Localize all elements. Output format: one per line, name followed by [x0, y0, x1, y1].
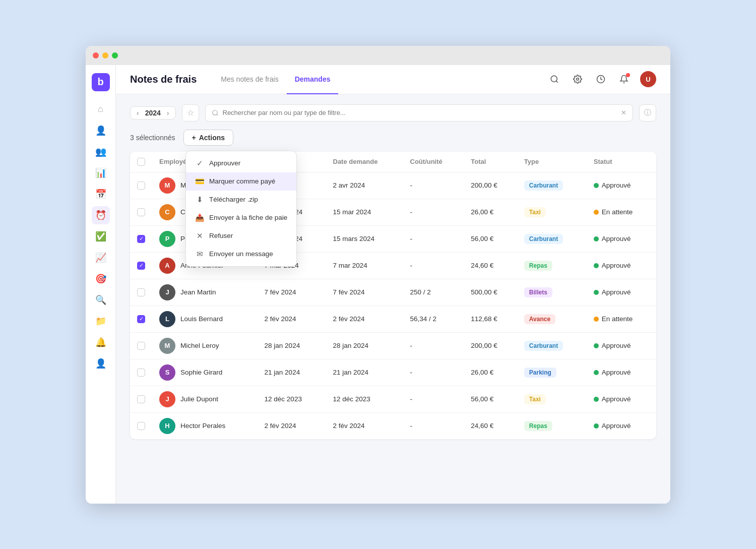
total-cell-1: 26,00 € — [464, 199, 517, 225]
clock-icon[interactable] — [594, 72, 608, 86]
cost-cell-5: 56,34 / 2 — [403, 306, 464, 332]
sidebar-item-target[interactable]: 🎯 — [92, 270, 110, 288]
content-area: ‹ 2024 › ☆ ✕ ⓘ 3 sélectionnés — [116, 94, 670, 504]
dropdown-item-download[interactable]: ⬇ Télécharger .zip — [186, 191, 296, 209]
row-checkbox-2[interactable] — [137, 235, 145, 243]
row-checkbox-6[interactable] — [137, 342, 145, 350]
status-cell-6: Approuvé — [594, 342, 649, 349]
status-label-8: Approuvé — [602, 395, 631, 403]
settings-icon[interactable] — [571, 72, 585, 86]
row-checkbox-9[interactable] — [137, 422, 145, 430]
date-cell-7: 21 jan 2024 — [258, 359, 326, 386]
search-input[interactable] — [223, 109, 617, 116]
refuse-icon: ✕ — [195, 231, 204, 240]
cost-cell-4: 250 / 2 — [403, 279, 464, 306]
dropdown-item-refuse[interactable]: ✕ Refuser — [186, 227, 296, 245]
dropdown-item-approve[interactable]: ✓ Approuver — [186, 154, 296, 172]
status-dot-2 — [594, 236, 599, 241]
date-demand-cell-9: 2 fév 2024 — [326, 412, 403, 439]
app-logo: b — [92, 73, 110, 91]
next-year-button[interactable]: › — [166, 109, 170, 117]
sidebar-item-search[interactable]: 🔍 — [92, 291, 110, 309]
status-cell-2: Approuvé — [594, 235, 649, 242]
sidebar-item-analytics[interactable]: 📊 — [92, 164, 110, 182]
table-row: S Sophie Girard 21 jan 2024 21 jan 2024 … — [130, 359, 656, 386]
employee-avatar-7: S — [159, 364, 175, 381]
sidebar-item-profile[interactable]: 👤 — [92, 354, 110, 373]
close-btn[interactable] — [93, 52, 99, 58]
sidebar-item-calendar[interactable]: 📅 — [92, 185, 110, 203]
date-demand-cell-0: 2 avr 2024 — [326, 172, 403, 199]
employee-cell-6: M Michel Leroy — [159, 338, 250, 354]
sidebar-item-folder[interactable]: 📁 — [92, 312, 110, 330]
row-checkbox-8[interactable] — [137, 395, 145, 403]
row-checkbox-3[interactable] — [137, 262, 145, 270]
minimize-btn[interactable] — [102, 52, 108, 58]
date-cell-8: 12 déc 2023 — [258, 386, 326, 412]
dropdown-item-mark-paid[interactable]: 💳 Marquer comme payé — [186, 172, 296, 191]
col-status: Statut — [587, 152, 656, 172]
maximize-btn[interactable] — [112, 52, 118, 58]
approve-label: Approuver — [209, 159, 240, 167]
table-row: H Hector Perales 2 fév 2024 2 fév 2024 -… — [130, 412, 656, 439]
dropdown-item-message[interactable]: ✉ Envoyer un message — [186, 245, 296, 263]
actions-label: Actions — [199, 134, 225, 142]
employee-avatar-8: J — [159, 391, 175, 407]
cost-cell-1: - — [403, 199, 464, 225]
row-checkbox-5[interactable] — [137, 315, 145, 323]
sidebar: b ⌂ 👤 👥 📊 📅 ⏰ ✅ 📈 🎯 🔍 📁 🔔 👤 — [86, 65, 116, 504]
svg-point-4 — [212, 110, 217, 114]
favorite-button[interactable]: ☆ — [182, 104, 199, 121]
select-all-checkbox[interactable] — [137, 158, 145, 166]
mark-paid-label: Marquer comme payé — [209, 177, 275, 185]
employee-avatar-9: H — [159, 418, 175, 434]
tab-demands[interactable]: Demandes — [287, 65, 339, 94]
sidebar-item-time[interactable]: ⏰ — [92, 206, 110, 224]
employee-avatar-3: A — [159, 258, 175, 274]
sidebar-item-user[interactable]: 👤 — [92, 121, 110, 140]
status-dot-5 — [594, 317, 599, 322]
prev-year-button[interactable]: ‹ — [136, 109, 140, 117]
actions-button[interactable]: + Actions — [183, 130, 234, 146]
status-cell-4: Approuvé — [594, 288, 649, 296]
sidebar-item-charts[interactable]: 📈 — [92, 249, 110, 267]
employee-avatar-1: C — [159, 204, 175, 220]
cost-cell-0: - — [403, 172, 464, 199]
employee-name-7: Sophie Girard — [180, 369, 222, 376]
nav-tabs: Mes notes de frais Demandes — [213, 65, 338, 94]
sidebar-item-bell[interactable]: 🔔 — [92, 333, 110, 351]
tab-my-notes[interactable]: Mes notes de frais — [213, 65, 286, 94]
sidebar-item-home[interactable]: ⌂ — [92, 100, 110, 118]
sidebar-item-tasks[interactable]: ✅ — [92, 227, 110, 246]
row-checkbox-1[interactable] — [137, 208, 145, 216]
svg-point-0 — [551, 76, 557, 82]
user-avatar[interactable]: U — [640, 71, 656, 87]
cost-cell-9: - — [403, 412, 464, 439]
col-total: Total — [464, 152, 517, 172]
status-label-6: Approuvé — [602, 342, 631, 349]
row-checkbox-0[interactable] — [137, 181, 145, 190]
type-badge-9: Repas — [524, 421, 552, 431]
dropdown-item-send-payslip[interactable]: 📤 Envoyer à la fiche de paie — [186, 209, 296, 227]
clear-search-icon[interactable]: ✕ — [621, 109, 626, 116]
selected-count: 3 sélectionnés — [130, 134, 175, 142]
status-label-5: En attente — [602, 315, 633, 323]
message-label: Envoyer un message — [209, 250, 273, 258]
employee-avatar-6: M — [159, 338, 175, 354]
refuse-label: Refuser — [209, 232, 233, 239]
info-button[interactable]: ⓘ — [639, 104, 656, 121]
date-cell-6: 28 jan 2024 — [258, 332, 326, 359]
total-cell-5: 112,68 € — [464, 306, 517, 332]
status-dot-3 — [594, 263, 599, 268]
total-cell-9: 24,60 € — [464, 412, 517, 439]
search-icon[interactable] — [547, 72, 561, 86]
row-checkbox-4[interactable] — [137, 288, 145, 296]
year-navigator: ‹ 2024 › — [130, 106, 176, 119]
sidebar-item-users[interactable]: 👥 — [92, 143, 110, 161]
total-cell-3: 24,60 € — [464, 252, 517, 279]
employee-name-5: Louis Bernard — [180, 315, 223, 323]
row-checkbox-7[interactable] — [137, 369, 145, 377]
bell-icon[interactable] — [617, 72, 631, 86]
table-row: L Louis Bernard 2 fév 2024 2 fév 2024 56… — [130, 306, 656, 332]
status-label-2: Approuvé — [602, 235, 631, 242]
